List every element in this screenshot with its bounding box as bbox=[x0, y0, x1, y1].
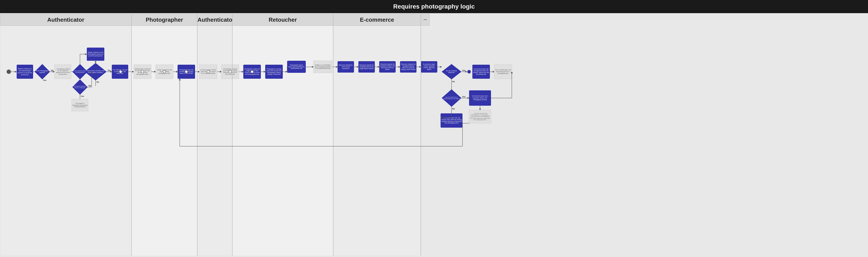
svg-rect-0 bbox=[0, 26, 131, 256]
svg-text:Yes: Yes bbox=[462, 69, 466, 72]
lane-ecommerce: E-commerce bbox=[333, 14, 421, 26]
svg-text:Yes: Yes bbox=[462, 95, 466, 98]
svg-text:No: No bbox=[96, 81, 99, 83]
svg-text:No: No bbox=[452, 81, 455, 83]
junction-5 bbox=[207, 70, 210, 73]
svg-rect-3 bbox=[232, 26, 333, 256]
lane-retoucher: Retoucher bbox=[232, 14, 333, 26]
diagram-area: Reader continues on the authentication p… bbox=[0, 26, 868, 256]
junction-4 bbox=[185, 70, 188, 73]
junction-1 bbox=[119, 70, 122, 73]
start-node bbox=[7, 69, 11, 74]
svg-text:Yes: Yes bbox=[81, 95, 84, 97]
junction-6 bbox=[229, 70, 231, 73]
svg-text:Yes: Yes bbox=[107, 69, 111, 72]
svg-rect-4 bbox=[333, 26, 421, 256]
flow-diagram: Reader continues on the authentication p… bbox=[0, 26, 868, 256]
yes-label-1: Yes bbox=[43, 79, 46, 81]
no-label-1: No bbox=[51, 69, 54, 72]
svg-rect-1 bbox=[131, 26, 197, 256]
svg-rect-2 bbox=[197, 26, 232, 256]
junction-7 bbox=[251, 70, 253, 73]
junction-3 bbox=[163, 70, 166, 73]
lane-more: ... bbox=[421, 14, 430, 26]
end-yes bbox=[467, 70, 471, 74]
junction-2 bbox=[141, 70, 144, 73]
svg-text:No: No bbox=[89, 85, 91, 87]
lane-photographer: Photographer bbox=[131, 14, 197, 26]
lane-authenticator-2: Authenticator bbox=[197, 14, 232, 26]
top-bar: Requires photography logic bbox=[0, 0, 868, 13]
lane-authenticator-1: Authenticator bbox=[0, 14, 131, 26]
svg-text:No: No bbox=[452, 108, 455, 110]
lane-header-row: Authenticator Photographer Authenticator… bbox=[0, 14, 868, 26]
